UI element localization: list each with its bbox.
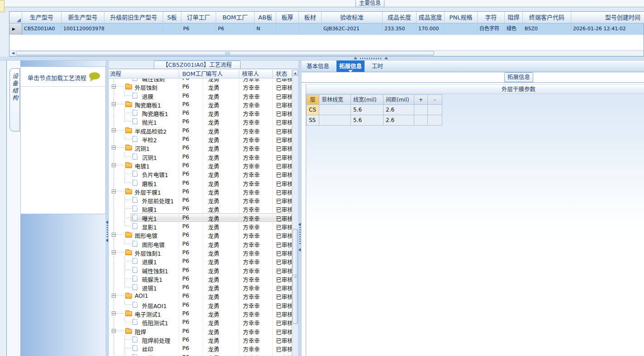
- collapse-icon[interactable]: [112, 128, 116, 132]
- collapse-icon[interactable]: [112, 102, 116, 106]
- scroll-left-icon[interactable]: ◀: [10, 51, 16, 56]
- tree-row[interactable]: 退膜1P6龙勇方幸幸已审核: [109, 257, 292, 265]
- tree-row[interactable]: 贴膜1P6龙勇方幸幸已审核: [109, 204, 292, 213]
- collapse-icon[interactable]: [112, 233, 116, 237]
- column-header[interactable]: 新生产型号: [62, 12, 104, 23]
- grid-cell[interactable]: [299, 23, 322, 35]
- tree-row[interactable]: 退锡1P6龙勇方幸幸已审核: [109, 283, 292, 291]
- grid-cell[interactable]: [104, 23, 163, 35]
- grid-cell[interactable]: 白色字符: [478, 23, 505, 35]
- right-vertical-splitter[interactable]: [298, 61, 302, 356]
- tree-node-label[interactable]: 曝光1: [142, 214, 157, 223]
- tree-row[interactable]: 外层前处理1P6龙勇方幸幸已审核: [109, 196, 292, 204]
- tree-row[interactable]: 外层干膜1P6龙勇方幸幸已审核: [109, 187, 292, 196]
- tree-node-label[interactable]: 碱性蚀刻1: [142, 267, 168, 275]
- tree-node-label[interactable]: 沉铜1: [135, 144, 150, 153]
- tree-row[interactable]: 外层蚀刻P6龙勇方幸幸已审核: [109, 82, 292, 91]
- horizontal-splitter[interactable]: [0, 56, 644, 60]
- collapse-icon[interactable]: [112, 84, 116, 89]
- grid-cell[interactable]: GJB362C-2021: [322, 23, 383, 35]
- tree-node-label[interactable]: 显影1: [142, 223, 157, 231]
- scroll-up-icon[interactable]: ▲: [293, 70, 298, 76]
- tree-row[interactable]: 低阻测试1P6龙勇方幸幸已审核: [109, 318, 292, 326]
- grid-cell[interactable]: P6: [216, 23, 255, 35]
- collapse-icon[interactable]: [112, 189, 116, 193]
- tree-row[interactable]: 阻焊P6龙勇方幸幸已审核: [109, 327, 292, 335]
- param-cell[interactable]: [319, 105, 351, 115]
- inner-tab-extended-info[interactable]: 拓展信息: [504, 72, 533, 82]
- param-cell[interactable]: 2.6: [384, 105, 414, 115]
- param-cell[interactable]: SS: [306, 115, 319, 126]
- tree-node-label[interactable]: 阻焊前处理: [142, 336, 170, 345]
- param-col-header[interactable]: +: [414, 94, 428, 105]
- param-cell[interactable]: 5.6: [351, 105, 384, 115]
- tree-row[interactable]: 沉铜1P6龙勇方幸幸已审核: [109, 152, 292, 161]
- grid-cell[interactable]: 10011200039786: [62, 23, 104, 35]
- tree-row[interactable]: 外层AOI1P6龙勇方幸幸已审核: [109, 300, 292, 309]
- grid-cell[interactable]: 绿色: [505, 23, 523, 35]
- tree-node-label[interactable]: 外层AOI1: [142, 301, 167, 310]
- param-row[interactable]: CS5.62.6: [306, 105, 442, 115]
- collapsed-corner-tab[interactable]: [0, 0, 5, 12]
- tree-row[interactable]: 负片电镀1P6龙勇方幸幸已审核: [109, 169, 292, 178]
- grid-cell[interactable]: 170.000: [417, 23, 445, 35]
- collapse-icon[interactable]: [112, 250, 116, 254]
- tree-node-label[interactable]: 负片电镀1: [142, 170, 168, 179]
- tree-node-label[interactable]: 退膜1: [142, 258, 157, 266]
- param-cell[interactable]: [414, 105, 428, 115]
- tree-row[interactable]: 磨板1P6龙勇方幸幸已审核: [109, 178, 292, 187]
- collapse-icon[interactable]: [112, 311, 116, 315]
- tree-row[interactable]: 陶瓷磨板1P6龙勇方幸幸已审核: [109, 100, 292, 108]
- param-cell[interactable]: 2.6: [384, 115, 414, 126]
- model-grid-row[interactable]: ▶CB5Z001IA010011200039786P6P6NGJB362C-20…: [9, 23, 644, 35]
- process-flow-title-tab[interactable]: 【CB5Z001IA0】工艺流程: [154, 61, 241, 69]
- tree-row[interactable]: 硫脲洗1P6龙勇方幸幸已审核: [109, 274, 292, 283]
- tree-row[interactable]: 曝光1P6龙勇方幸幸已审核: [109, 213, 292, 222]
- column-header[interactable]: 验收标准: [322, 12, 383, 23]
- tree-node-label[interactable]: 低阻测试1: [142, 319, 168, 327]
- tab-device-structure[interactable]: 设备结构: [9, 68, 20, 131]
- collapse-icon[interactable]: [112, 163, 116, 167]
- collapse-icon[interactable]: [112, 329, 116, 333]
- column-header[interactable]: AB板: [255, 12, 276, 23]
- horizontal-splitter-handle[interactable]: [354, 57, 389, 60]
- tree-row[interactable]: 半检2P6龙勇方幸幸已审核: [109, 135, 292, 143]
- column-header[interactable]: BOM工厂: [216, 12, 255, 23]
- tree-node-label[interactable]: 碱性蚀刻: [142, 79, 165, 83]
- grid-cell[interactable]: B5Z0: [523, 23, 571, 35]
- tab-基本信息[interactable]: 基本信息: [304, 61, 332, 72]
- column-header[interactable]: 阻焊: [505, 12, 523, 23]
- tree-node-label[interactable]: 丝印: [142, 345, 153, 353]
- tree-row[interactable]: 图形电镀P6龙勇方幸幸已审核: [109, 239, 292, 248]
- tree-node-label[interactable]: 外层蚀刻: [135, 83, 157, 92]
- tree-node-label[interactable]: 图形电镀: [142, 240, 165, 249]
- tree-column-header[interactable]: 编写人: [206, 70, 223, 78]
- tree-vertical-scrollbar[interactable]: ▲: [292, 70, 298, 356]
- tree-node-label[interactable]: 退锡1: [142, 284, 157, 292]
- column-header[interactable]: PNL规格: [445, 12, 478, 23]
- tree-column-headers[interactable]: 流程BOM工厂编写人核审人状态: [109, 70, 292, 79]
- tree-row[interactable]: 陶瓷磨板1P6龙勇方幸幸已审核: [109, 108, 292, 117]
- column-header[interactable]: 字符: [478, 12, 505, 23]
- column-header[interactable]: 生产型号: [22, 12, 62, 23]
- tree-row[interactable]: 碱性蚀刻1P6龙勇方幸幸已审核: [109, 266, 292, 274]
- tree-node-label[interactable]: 硫脲洗1: [142, 275, 162, 284]
- grid-cell[interactable]: N: [255, 23, 276, 35]
- tree-row[interactable]: 退膜P6龙勇方幸幸已审核: [109, 91, 292, 100]
- row-selector-cell[interactable]: ▶: [9, 23, 22, 35]
- tab-main-info[interactable]: 主要信息: [355, 0, 384, 7]
- grid-cell[interactable]: [276, 23, 299, 35]
- tree-node-label[interactable]: 沉铜1: [142, 153, 157, 162]
- tree-node-label[interactable]: 贴膜1: [142, 205, 157, 214]
- tree-node-label[interactable]: 外层蚀刻1: [135, 249, 161, 258]
- tree-row[interactable]: 预烘P6龙勇方幸幸已审核: [109, 353, 292, 356]
- tree-row[interactable]: 丝印P6龙勇方幸幸已审核: [109, 344, 292, 352]
- tree-row[interactable]: 外层蚀刻1P6龙勇方幸幸已审核: [109, 248, 292, 257]
- param-cell[interactable]: [428, 115, 442, 126]
- tree-row[interactable]: AOI1P6龙勇方幸幸已审核: [109, 291, 292, 300]
- grid-horizontal-scrollbar[interactable]: ◀: [9, 50, 644, 56]
- tree-node-label[interactable]: 电镀1: [135, 162, 150, 170]
- column-header[interactable]: 终端客户代码: [523, 12, 571, 23]
- grid-cell[interactable]: P6: [181, 23, 216, 35]
- tree-row[interactable]: 图形电镀P6龙勇方幸幸已审核: [109, 230, 292, 239]
